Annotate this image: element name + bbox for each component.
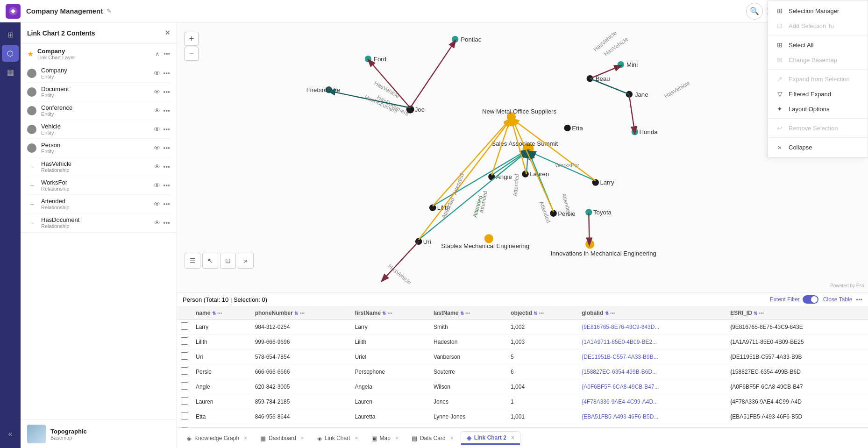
- svg-text:Joe: Joe: [415, 106, 425, 113]
- close-table-button[interactable]: Close Table: [823, 296, 852, 303]
- dashboard-icon: ▦: [260, 435, 266, 442]
- close-tab-icon[interactable]: ×: [395, 435, 398, 441]
- cell-esriid: {4F78A336-9AE4-4C99-A4D: [726, 394, 868, 409]
- layer-group-more[interactable]: •••: [164, 50, 170, 57]
- more-icon[interactable]: •••: [163, 107, 170, 114]
- visibility-icon[interactable]: 👁: [154, 200, 160, 208]
- more-icon[interactable]: •••: [163, 163, 170, 171]
- left-panel-header: Link Chart 2 Contents ×: [21, 22, 177, 44]
- tab-label: Link Chart 2: [474, 434, 506, 441]
- tab-link-chart-2[interactable]: ◈ Link Chart 2 ×: [461, 431, 520, 445]
- tab-data-card[interactable]: ▤ Data Card ×: [406, 432, 460, 445]
- more-icon[interactable]: •••: [163, 70, 170, 77]
- tab-label: Dashboard: [269, 435, 296, 441]
- visibility-icon[interactable]: 👁: [154, 70, 160, 77]
- expand-button[interactable]: »: [238, 253, 254, 269]
- tab-map[interactable]: ▣ Map ×: [365, 432, 405, 445]
- select-button[interactable]: ↖: [202, 253, 218, 269]
- tab-knowledge-graph[interactable]: ◈ Knowledge Graph ×: [181, 432, 253, 445]
- cell-phone: 578-654-7854: [251, 349, 351, 364]
- row-checkbox[interactable]: [181, 352, 188, 360]
- visibility-icon[interactable]: 👁: [154, 144, 160, 152]
- dropdown-expand-from-selection[interactable]: ↗ Expand from Selection: [768, 71, 868, 86]
- row-checkbox[interactable]: [181, 412, 188, 420]
- layer-group-header[interactable]: ★ Company Link Chart Layer ∧ •••: [21, 44, 177, 64]
- basemap-sub: Basemap: [50, 435, 87, 441]
- close-tab-icon[interactable]: ×: [511, 434, 514, 441]
- rail-collapse[interactable]: «: [2, 426, 19, 442]
- visibility-icon[interactable]: 👁: [154, 163, 160, 171]
- cell-name: Uri: [192, 349, 251, 364]
- visibility-icon[interactable]: 👁: [154, 182, 160, 189]
- visibility-icon[interactable]: 👁: [154, 107, 160, 114]
- rail-data[interactable]: ⬡: [2, 45, 19, 62]
- extent-filter-toggle[interactable]: [803, 295, 818, 304]
- dropdown-collapse[interactable]: » Collapse: [768, 140, 868, 155]
- close-tab-icon[interactable]: ×: [301, 435, 304, 441]
- row-checkbox[interactable]: [181, 322, 188, 330]
- layer-label: Conference Entity: [41, 104, 154, 117]
- dropdown-remove-selection[interactable]: ↩ Remove Selection: [768, 121, 868, 135]
- svg-text:HasVehicle: HasVehicle: [663, 80, 691, 100]
- close-tab-icon[interactable]: ×: [450, 435, 454, 441]
- svg-text:Staples Mechanical Engineering: Staples Mechanical Engineering: [441, 242, 529, 249]
- dropdown-layout-options[interactable]: ✦ Layout Options: [768, 101, 868, 116]
- table-more-button[interactable]: •••: [856, 296, 862, 303]
- more-icon[interactable]: •••: [163, 126, 170, 133]
- more-icon[interactable]: •••: [163, 182, 170, 189]
- cell-objectid: 4: [507, 424, 578, 428]
- close-panel-button[interactable]: ×: [165, 28, 170, 38]
- more-icon[interactable]: •••: [163, 144, 170, 152]
- cell-objectid: 5: [507, 349, 578, 364]
- svg-text:Toyota: Toyota: [593, 209, 612, 216]
- close-tab-icon[interactable]: ×: [244, 435, 247, 441]
- rail-table[interactable]: ▦: [2, 64, 19, 80]
- row-checkbox[interactable]: [181, 397, 188, 405]
- layer-group-chevron: ∧: [155, 50, 160, 57]
- edit-title-icon[interactable]: ✎: [107, 7, 112, 14]
- relationship-icon: →: [27, 162, 36, 171]
- svg-line-54: [512, 119, 554, 212]
- zoom-out-button[interactable]: −: [185, 47, 199, 61]
- svg-text:Larry: Larry: [600, 179, 614, 186]
- cell-name: Persie: [192, 364, 251, 379]
- app-title: Company Management: [26, 7, 103, 15]
- dropdown-select-all[interactable]: ⊞ Select All: [768, 37, 868, 52]
- cell-name: Lauren: [192, 394, 251, 409]
- visibility-icon[interactable]: 👁: [154, 219, 160, 227]
- filtered-expand-icon: ▽: [776, 90, 784, 98]
- zoom-in-button[interactable]: +: [185, 32, 199, 46]
- cell-objectid: 1: [507, 394, 578, 409]
- dropdown-selection-manager[interactable]: ⊞ Selection Manager: [768, 3, 868, 18]
- layer-label: HasVehicle Relationship: [41, 160, 154, 173]
- cell-objectid: 1,002: [507, 320, 578, 334]
- close-tab-icon[interactable]: ×: [355, 435, 358, 441]
- visibility-icon[interactable]: 👁: [154, 88, 160, 96]
- dropdown-change-basemap[interactable]: ⊠ Change Basemap: [768, 52, 868, 67]
- svg-text:Pontiac: Pontiac: [461, 36, 481, 43]
- list-view-button[interactable]: ☰: [185, 253, 200, 269]
- more-icon[interactable]: •••: [163, 88, 170, 96]
- tab-dashboard[interactable]: ▦ Dashboard ×: [254, 432, 310, 445]
- search-button[interactable]: 🔍: [746, 3, 763, 20]
- visibility-icon[interactable]: 👁: [154, 126, 160, 133]
- cell-objectid: 1,003: [507, 334, 578, 349]
- list-item: → HasVehicle Relationship 👁 •••: [27, 157, 170, 176]
- table-header-bar: Person (Total: 10 | Selection: 0) Extent…: [177, 292, 868, 307]
- rail-layers[interactable]: ⊞: [2, 26, 19, 43]
- cell-name: Etta: [192, 409, 251, 424]
- dropdown-add-selection-to[interactable]: ⊟ Add Selection To: [768, 18, 868, 33]
- change-basemap-label: Change Basemap: [789, 57, 837, 64]
- frame-button[interactable]: ⊡: [220, 253, 236, 269]
- collapse-label: Collapse: [789, 144, 812, 151]
- svg-text:Jane: Jane: [635, 91, 648, 98]
- dropdown-filtered-expand[interactable]: ▽ Filtered Expand: [768, 86, 868, 101]
- dropdown-divider: [768, 69, 868, 70]
- tab-link-chart[interactable]: ◈ Link Chart ×: [311, 432, 364, 445]
- more-icon[interactable]: •••: [163, 219, 170, 227]
- row-checkbox[interactable]: [181, 337, 188, 345]
- row-checkbox[interactable]: [181, 382, 188, 390]
- cell-objectid: 1,001: [507, 409, 578, 424]
- more-icon[interactable]: •••: [163, 200, 170, 208]
- row-checkbox[interactable]: [181, 367, 188, 375]
